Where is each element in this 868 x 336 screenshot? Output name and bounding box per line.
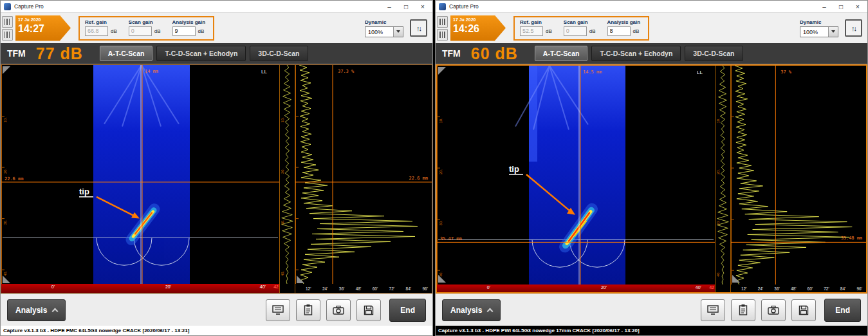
scan-gain-input[interactable] bbox=[564, 26, 587, 36]
ref-gain-field: Ref. gain dB bbox=[520, 19, 552, 36]
ascan-strip[interactable]: 10. 20. 30. 40. bbox=[716, 66, 730, 285]
analysis-button-label: Analysis bbox=[450, 306, 482, 315]
wave-mode-label: LL bbox=[261, 69, 267, 75]
minimize-button[interactable]: – bbox=[381, 1, 398, 13]
sliders-icon-button[interactable] bbox=[2, 16, 13, 28]
dropdown-arrow-button[interactable] bbox=[393, 27, 403, 37]
minimize-button[interactable]: – bbox=[816, 1, 833, 13]
ascan-strip[interactable]: 10. 20. 30. 40. bbox=[280, 65, 295, 284]
datetime-banner: 17 Ju 2020 14:26 bbox=[450, 15, 506, 41]
sliders-icon-button-2[interactable] bbox=[437, 29, 448, 41]
dynamic-select[interactable]: 100% bbox=[365, 26, 403, 37]
corner-handle-icon[interactable] bbox=[732, 275, 740, 283]
dynamic-select[interactable]: 100% bbox=[800, 26, 838, 37]
beam-region bbox=[529, 66, 625, 285]
report-button[interactable] bbox=[296, 299, 320, 321]
title-bar[interactable]: Capture Pro – □ × bbox=[1, 1, 432, 13]
depth-cursor-label: 22.6 mm bbox=[5, 176, 23, 182]
updown-arrows-button[interactable]: ↑↓ bbox=[845, 19, 862, 37]
tfm-image[interactable]: 10. 20. 30. 40. 14.5 mm 35.47 mm LL tip bbox=[437, 66, 715, 285]
maximize-button[interactable]: □ bbox=[398, 1, 414, 13]
corner-handle-icon[interactable] bbox=[3, 66, 10, 74]
sliders-icon bbox=[439, 19, 445, 25]
depth-tick-label: 30. bbox=[281, 219, 284, 225]
amplitude-panel[interactable]: 37 % 35.48 mm bbox=[731, 66, 866, 285]
capture-window-left: Capture Pro – □ × 17 Ju 2020 14:27 Ref. … bbox=[0, 0, 433, 336]
tfm-plot-column: 10. 20. 30. 40. 14.5 mm 35.47 mm LL tip bbox=[437, 66, 715, 292]
analysis-gain-label: Analysis gain bbox=[172, 19, 206, 25]
beam-region bbox=[93, 65, 190, 284]
ref-gain-input[interactable] bbox=[520, 26, 543, 36]
status-bar: Capture v3.1.3 b3 - HDPE PWI 64L5G3 nowe… bbox=[436, 326, 867, 335]
analysis-gain-input[interactable] bbox=[172, 26, 196, 36]
updown-arrows-button[interactable]: ↑↓ bbox=[410, 19, 427, 37]
corner-handle-icon[interactable] bbox=[297, 275, 304, 283]
tab-tcd-scan-echodyn[interactable]: T-C-D-Scan + Echodyn bbox=[591, 46, 681, 61]
save-button[interactable] bbox=[791, 299, 816, 321]
analysis-button[interactable]: Analysis bbox=[442, 299, 501, 321]
ref-gain-label: Ref. gain bbox=[520, 19, 552, 25]
scan-area: 10. 20. 30. 40. 14.5 mm 35.47 mm LL tip bbox=[436, 64, 867, 294]
screen-layout-button[interactable] bbox=[266, 299, 290, 321]
end-button[interactable]: End bbox=[389, 299, 426, 322]
title-bar[interactable]: Capture Pro – □ × bbox=[436, 1, 867, 13]
ref-gain-input[interactable] bbox=[85, 26, 108, 36]
tfm-image[interactable]: 10. 20. 30. 40. 14 mm 22.6 mm LL tip bbox=[1, 65, 279, 284]
sliders-icon-button-2[interactable] bbox=[2, 29, 13, 41]
mode-header: TFM 60 dB A-T-C-Scan T-C-D-Scan + Echody… bbox=[436, 43, 867, 64]
corner-handle-icon[interactable] bbox=[438, 67, 446, 75]
tab-tcd-scan-echodyn[interactable]: T-C-D-Scan + Echodyn bbox=[156, 46, 246, 61]
time-label: 14:27 bbox=[18, 23, 68, 35]
mode-header: TFM 77 dB A-T-C-Scan T-C-D-Scan + Echody… bbox=[1, 43, 432, 64]
scan-gain-input[interactable] bbox=[129, 26, 152, 36]
axis-tick: 12' bbox=[741, 286, 746, 291]
depth-tick-label: 20. bbox=[716, 169, 720, 174]
sliders-icon-button[interactable] bbox=[437, 16, 448, 28]
analysis-button-label: Analysis bbox=[15, 306, 47, 315]
sliders-icon bbox=[439, 32, 445, 38]
tip-annotation: tip bbox=[79, 187, 89, 196]
scan-gain-unit: dB bbox=[154, 28, 161, 34]
date-label: 17 Ju 2020 bbox=[18, 17, 68, 22]
depth-tick-label: 10. bbox=[3, 117, 7, 123]
tab-atc-scan[interactable]: A-T-C-Scan bbox=[535, 46, 588, 61]
tab-3dcd-scan[interactable]: 3D-C-D-Scan bbox=[250, 46, 308, 61]
tip-annotation: tip bbox=[509, 164, 519, 174]
corner-handle-icon[interactable] bbox=[3, 275, 10, 283]
snapshot-button[interactable] bbox=[761, 299, 786, 321]
save-button[interactable] bbox=[356, 299, 381, 321]
bottom-bar: Analysis End bbox=[436, 294, 867, 326]
scan-area: 10. 20. 30. 40. 14 mm 22.6 mm LL tip bbox=[1, 64, 432, 294]
end-button[interactable]: End bbox=[824, 299, 861, 322]
status-text: Capture v3.1.3 b3 - HDPE FMC 64L5G3 nowe… bbox=[3, 328, 189, 333]
depth-tick-label: 20. bbox=[281, 168, 284, 174]
snapshot-button[interactable] bbox=[326, 299, 351, 321]
analysis-gain-input[interactable] bbox=[607, 26, 631, 36]
scan-tabs: A-T-C-Scan T-C-D-Scan + Echodyn 3D-C-D-S… bbox=[100, 46, 308, 61]
corner-handle-icon[interactable] bbox=[438, 275, 446, 283]
total-gain-display: 60 dB bbox=[471, 44, 518, 63]
scan-gain-label: Scan gain bbox=[564, 19, 596, 25]
gain-group: Ref. gain dB Scan gain dB Analysis gain bbox=[513, 16, 649, 41]
screen-icon bbox=[706, 304, 719, 316]
close-button[interactable]: × bbox=[414, 1, 431, 13]
screen-layout-button[interactable] bbox=[701, 299, 725, 321]
camera-icon bbox=[332, 304, 345, 316]
dropdown-arrow-button[interactable] bbox=[828, 27, 838, 37]
depth-tick-label: 10. bbox=[439, 118, 443, 124]
analysis-gain-unit: dB bbox=[633, 28, 640, 34]
toolbar: 17 Ju 2020 14:27 Ref. gain dB Scan gain … bbox=[1, 13, 432, 43]
tab-atc-scan[interactable]: A-T-C-Scan bbox=[100, 46, 153, 61]
axis-tick: 36' bbox=[339, 286, 344, 291]
ref-gain-unit: dB bbox=[546, 28, 552, 34]
analysis-button[interactable]: Analysis bbox=[7, 299, 66, 321]
amplitude-panel[interactable]: 37.3 % 22.6 mm bbox=[295, 65, 432, 284]
close-button[interactable]: × bbox=[849, 1, 866, 13]
app-icon bbox=[4, 3, 11, 10]
report-button[interactable] bbox=[731, 299, 755, 321]
dynamic-value: 100% bbox=[800, 27, 828, 37]
analysis-gain-label: Analysis gain bbox=[607, 19, 641, 25]
time-label: 14:26 bbox=[453, 23, 503, 35]
maximize-button[interactable]: □ bbox=[833, 1, 849, 13]
tab-3dcd-scan[interactable]: 3D-C-D-Scan bbox=[685, 46, 743, 61]
